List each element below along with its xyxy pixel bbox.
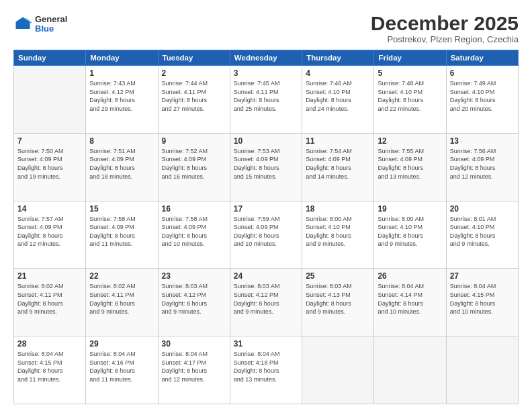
- day-number: 12: [378, 136, 442, 146]
- calendar-cell: 26Sunrise: 8:04 AM Sunset: 4:14 PM Dayli…: [374, 269, 446, 336]
- day-number: 16: [162, 204, 226, 214]
- day-number: 25: [306, 271, 370, 281]
- calendar-cell: 3Sunrise: 7:45 AM Sunset: 4:11 PM Daylig…: [230, 66, 302, 134]
- day-info: Sunrise: 7:58 AM Sunset: 4:09 PM Dayligh…: [89, 215, 154, 248]
- day-info: Sunrise: 8:02 AM Sunset: 4:11 PM Dayligh…: [17, 282, 82, 316]
- day-info: Sunrise: 7:53 AM Sunset: 4:09 PM Dayligh…: [234, 147, 298, 181]
- day-info: Sunrise: 8:04 AM Sunset: 4:18 PM Dayligh…: [234, 350, 298, 383]
- day-number: 21: [17, 271, 82, 281]
- calendar-cell: 12Sunrise: 7:55 AM Sunset: 4:09 PM Dayli…: [374, 133, 446, 201]
- calendar-cell: 24Sunrise: 8:03 AM Sunset: 4:12 PM Dayli…: [230, 269, 302, 336]
- calendar-cell: 10Sunrise: 7:53 AM Sunset: 4:09 PM Dayli…: [230, 133, 302, 201]
- calendar-cell: 2Sunrise: 7:44 AM Sunset: 4:11 PM Daylig…: [158, 66, 230, 134]
- calendar-cell: 28Sunrise: 8:04 AM Sunset: 4:15 PM Dayli…: [14, 336, 86, 404]
- col-header-thursday: Thursday: [302, 50, 374, 66]
- calendar-cell: 4Sunrise: 7:46 AM Sunset: 4:10 PM Daylig…: [302, 66, 374, 134]
- day-info: Sunrise: 8:03 AM Sunset: 4:12 PM Dayligh…: [162, 282, 226, 316]
- day-number: 31: [234, 339, 298, 349]
- day-number: 9: [162, 136, 226, 146]
- calendar-week-row: 1Sunrise: 7:43 AM Sunset: 4:12 PM Daylig…: [14, 66, 519, 134]
- day-info: Sunrise: 7:51 AM Sunset: 4:09 PM Dayligh…: [89, 147, 154, 181]
- day-number: 14: [17, 204, 82, 214]
- calendar-cell: 18Sunrise: 8:00 AM Sunset: 4:10 PM Dayli…: [302, 201, 374, 269]
- calendar-week-row: 14Sunrise: 7:57 AM Sunset: 4:09 PM Dayli…: [14, 201, 519, 269]
- day-info: Sunrise: 7:52 AM Sunset: 4:09 PM Dayligh…: [162, 147, 226, 181]
- day-number: 28: [17, 339, 82, 349]
- day-info: Sunrise: 7:50 AM Sunset: 4:09 PM Dayligh…: [17, 147, 82, 181]
- calendar-cell: 30Sunrise: 8:04 AM Sunset: 4:17 PM Dayli…: [158, 336, 230, 404]
- day-number: 24: [234, 271, 298, 281]
- calendar-cell: 8Sunrise: 7:51 AM Sunset: 4:09 PM Daylig…: [86, 133, 158, 201]
- day-number: 7: [17, 136, 82, 146]
- day-info: Sunrise: 7:43 AM Sunset: 4:12 PM Dayligh…: [89, 79, 154, 113]
- day-number: 30: [162, 339, 226, 349]
- day-number: 26: [378, 271, 442, 281]
- logo: General Blue: [13, 15, 67, 34]
- calendar-table: SundayMondayTuesdayWednesdayThursdayFrid…: [13, 50, 519, 404]
- col-header-wednesday: Wednesday: [230, 50, 302, 66]
- calendar-cell: [446, 336, 518, 404]
- day-info: Sunrise: 8:00 AM Sunset: 4:10 PM Dayligh…: [378, 215, 442, 248]
- day-info: Sunrise: 8:03 AM Sunset: 4:13 PM Dayligh…: [306, 282, 370, 316]
- day-number: 19: [378, 204, 442, 214]
- day-info: Sunrise: 8:04 AM Sunset: 4:16 PM Dayligh…: [89, 350, 154, 383]
- calendar-cell: 27Sunrise: 8:04 AM Sunset: 4:15 PM Dayli…: [446, 269, 518, 336]
- calendar-cell: [14, 66, 86, 134]
- calendar-cell: 6Sunrise: 7:49 AM Sunset: 4:10 PM Daylig…: [446, 66, 518, 134]
- calendar-cell: 7Sunrise: 7:50 AM Sunset: 4:09 PM Daylig…: [14, 133, 86, 201]
- day-number: 27: [450, 271, 515, 281]
- day-info: Sunrise: 8:03 AM Sunset: 4:12 PM Dayligh…: [234, 282, 298, 316]
- day-number: 2: [162, 68, 226, 78]
- page-title: December 2025: [371, 12, 519, 34]
- logo-text: General Blue: [35, 15, 67, 34]
- calendar-cell: 9Sunrise: 7:52 AM Sunset: 4:09 PM Daylig…: [158, 133, 230, 201]
- day-number: 8: [89, 136, 154, 146]
- day-info: Sunrise: 7:44 AM Sunset: 4:11 PM Dayligh…: [162, 79, 226, 113]
- calendar-cell: 14Sunrise: 7:57 AM Sunset: 4:09 PM Dayli…: [14, 201, 86, 269]
- day-info: Sunrise: 7:58 AM Sunset: 4:09 PM Dayligh…: [162, 215, 226, 248]
- header: General Blue December 2025 Postrekov, Pl…: [13, 12, 519, 44]
- day-info: Sunrise: 8:01 AM Sunset: 4:10 PM Dayligh…: [450, 215, 515, 248]
- day-info: Sunrise: 8:00 AM Sunset: 4:10 PM Dayligh…: [306, 215, 370, 248]
- calendar-cell: 19Sunrise: 8:00 AM Sunset: 4:10 PM Dayli…: [374, 201, 446, 269]
- day-info: Sunrise: 8:04 AM Sunset: 4:14 PM Dayligh…: [378, 282, 442, 316]
- page-subtitle: Postrekov, Plzen Region, Czechia: [371, 34, 519, 44]
- col-header-sunday: Sunday: [14, 50, 86, 66]
- calendar-cell: 22Sunrise: 8:02 AM Sunset: 4:11 PM Dayli…: [86, 269, 158, 336]
- calendar-cell: 23Sunrise: 8:03 AM Sunset: 4:12 PM Dayli…: [158, 269, 230, 336]
- calendar-cell: 11Sunrise: 7:54 AM Sunset: 4:09 PM Dayli…: [302, 133, 374, 201]
- calendar-cell: 1Sunrise: 7:43 AM Sunset: 4:12 PM Daylig…: [86, 66, 158, 134]
- day-info: Sunrise: 7:57 AM Sunset: 4:09 PM Dayligh…: [17, 215, 82, 248]
- day-number: 18: [306, 204, 370, 214]
- calendar-cell: 31Sunrise: 8:04 AM Sunset: 4:18 PM Dayli…: [230, 336, 302, 404]
- col-header-friday: Friday: [374, 50, 446, 66]
- day-info: Sunrise: 7:49 AM Sunset: 4:10 PM Dayligh…: [450, 79, 515, 113]
- calendar-cell: 25Sunrise: 8:03 AM Sunset: 4:13 PM Dayli…: [302, 269, 374, 336]
- day-number: 4: [306, 68, 370, 78]
- col-header-monday: Monday: [86, 50, 158, 66]
- day-info: Sunrise: 7:55 AM Sunset: 4:09 PM Dayligh…: [378, 147, 442, 181]
- calendar-cell: 15Sunrise: 7:58 AM Sunset: 4:09 PM Dayli…: [86, 201, 158, 269]
- calendar-week-row: 28Sunrise: 8:04 AM Sunset: 4:15 PM Dayli…: [14, 336, 519, 404]
- calendar-cell: 13Sunrise: 7:56 AM Sunset: 4:09 PM Dayli…: [446, 133, 518, 201]
- day-number: 13: [450, 136, 515, 146]
- calendar-cell: 16Sunrise: 7:58 AM Sunset: 4:09 PM Dayli…: [158, 201, 230, 269]
- day-number: 1: [89, 68, 154, 78]
- day-number: 22: [89, 271, 154, 281]
- calendar-cell: 29Sunrise: 8:04 AM Sunset: 4:16 PM Dayli…: [86, 336, 158, 404]
- logo-general: General: [35, 15, 67, 24]
- day-number: 11: [306, 136, 370, 146]
- day-number: 20: [450, 204, 515, 214]
- logo-blue: Blue: [35, 24, 67, 34]
- day-info: Sunrise: 8:04 AM Sunset: 4:15 PM Dayligh…: [450, 282, 515, 316]
- calendar-cell: [302, 336, 374, 404]
- svg-marker-0: [16, 17, 30, 30]
- day-number: 17: [234, 204, 298, 214]
- calendar-week-row: 7Sunrise: 7:50 AM Sunset: 4:09 PM Daylig…: [14, 133, 519, 201]
- day-info: Sunrise: 7:54 AM Sunset: 4:09 PM Dayligh…: [306, 147, 370, 181]
- day-number: 10: [234, 136, 298, 146]
- calendar-cell: 21Sunrise: 8:02 AM Sunset: 4:11 PM Dayli…: [14, 269, 86, 336]
- day-number: 15: [89, 204, 154, 214]
- calendar-cell: 20Sunrise: 8:01 AM Sunset: 4:10 PM Dayli…: [446, 201, 518, 269]
- page: General Blue December 2025 Postrekov, Pl…: [0, 0, 532, 411]
